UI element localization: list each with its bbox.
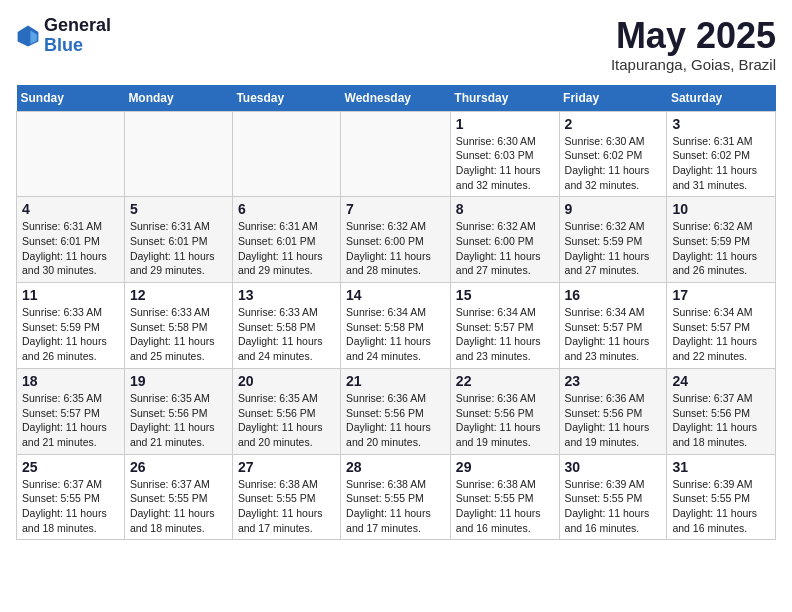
calendar-cell: 15Sunrise: 6:34 AM Sunset: 5:57 PM Dayli… <box>450 283 559 369</box>
location-text: Itapuranga, Goias, Brazil <box>611 56 776 73</box>
day-number: 29 <box>456 459 554 475</box>
day-info: Sunrise: 6:36 AM Sunset: 5:56 PM Dayligh… <box>456 391 554 450</box>
logo-icon <box>16 24 40 48</box>
day-info: Sunrise: 6:35 AM Sunset: 5:56 PM Dayligh… <box>130 391 227 450</box>
day-info: Sunrise: 6:39 AM Sunset: 5:55 PM Dayligh… <box>565 477 662 536</box>
calendar-cell: 6Sunrise: 6:31 AM Sunset: 6:01 PM Daylig… <box>232 197 340 283</box>
calendar-cell: 19Sunrise: 6:35 AM Sunset: 5:56 PM Dayli… <box>124 368 232 454</box>
day-info: Sunrise: 6:34 AM Sunset: 5:57 PM Dayligh… <box>565 305 662 364</box>
calendar-cell <box>124 111 232 197</box>
calendar-cell: 17Sunrise: 6:34 AM Sunset: 5:57 PM Dayli… <box>667 283 776 369</box>
day-number: 31 <box>672 459 770 475</box>
calendar-cell: 28Sunrise: 6:38 AM Sunset: 5:55 PM Dayli… <box>341 454 451 540</box>
day-number: 21 <box>346 373 445 389</box>
day-info: Sunrise: 6:37 AM Sunset: 5:56 PM Dayligh… <box>672 391 770 450</box>
month-title: May 2025 <box>611 16 776 56</box>
calendar-day-header: Thursday <box>450 85 559 112</box>
day-info: Sunrise: 6:36 AM Sunset: 5:56 PM Dayligh… <box>565 391 662 450</box>
day-number: 19 <box>130 373 227 389</box>
calendar-cell: 16Sunrise: 6:34 AM Sunset: 5:57 PM Dayli… <box>559 283 667 369</box>
day-info: Sunrise: 6:35 AM Sunset: 5:56 PM Dayligh… <box>238 391 335 450</box>
day-number: 25 <box>22 459 119 475</box>
logo-general-text: General <box>44 16 111 36</box>
day-number: 22 <box>456 373 554 389</box>
day-number: 14 <box>346 287 445 303</box>
calendar-cell: 11Sunrise: 6:33 AM Sunset: 5:59 PM Dayli… <box>17 283 125 369</box>
calendar-cell: 9Sunrise: 6:32 AM Sunset: 5:59 PM Daylig… <box>559 197 667 283</box>
calendar-cell: 3Sunrise: 6:31 AM Sunset: 6:02 PM Daylig… <box>667 111 776 197</box>
calendar-cell: 26Sunrise: 6:37 AM Sunset: 5:55 PM Dayli… <box>124 454 232 540</box>
calendar-cell: 31Sunrise: 6:39 AM Sunset: 5:55 PM Dayli… <box>667 454 776 540</box>
day-info: Sunrise: 6:33 AM Sunset: 5:58 PM Dayligh… <box>130 305 227 364</box>
day-number: 24 <box>672 373 770 389</box>
day-number: 11 <box>22 287 119 303</box>
calendar-cell: 13Sunrise: 6:33 AM Sunset: 5:58 PM Dayli… <box>232 283 340 369</box>
day-info: Sunrise: 6:35 AM Sunset: 5:57 PM Dayligh… <box>22 391 119 450</box>
day-info: Sunrise: 6:34 AM Sunset: 5:57 PM Dayligh… <box>672 305 770 364</box>
day-number: 15 <box>456 287 554 303</box>
calendar-cell: 30Sunrise: 6:39 AM Sunset: 5:55 PM Dayli… <box>559 454 667 540</box>
day-info: Sunrise: 6:38 AM Sunset: 5:55 PM Dayligh… <box>456 477 554 536</box>
day-number: 9 <box>565 201 662 217</box>
day-number: 1 <box>456 116 554 132</box>
calendar-week-row: 4Sunrise: 6:31 AM Sunset: 6:01 PM Daylig… <box>17 197 776 283</box>
day-number: 2 <box>565 116 662 132</box>
day-number: 4 <box>22 201 119 217</box>
calendar-day-header: Saturday <box>667 85 776 112</box>
day-number: 28 <box>346 459 445 475</box>
calendar-week-row: 1Sunrise: 6:30 AM Sunset: 6:03 PM Daylig… <box>17 111 776 197</box>
calendar-day-header: Monday <box>124 85 232 112</box>
calendar-cell: 29Sunrise: 6:38 AM Sunset: 5:55 PM Dayli… <box>450 454 559 540</box>
day-info: Sunrise: 6:38 AM Sunset: 5:55 PM Dayligh… <box>346 477 445 536</box>
calendar-cell: 4Sunrise: 6:31 AM Sunset: 6:01 PM Daylig… <box>17 197 125 283</box>
logo-blue-text: Blue <box>44 36 111 56</box>
day-info: Sunrise: 6:31 AM Sunset: 6:01 PM Dayligh… <box>22 219 119 278</box>
calendar-cell <box>232 111 340 197</box>
day-info: Sunrise: 6:30 AM Sunset: 6:02 PM Dayligh… <box>565 134 662 193</box>
calendar-day-header: Friday <box>559 85 667 112</box>
calendar-cell: 7Sunrise: 6:32 AM Sunset: 6:00 PM Daylig… <box>341 197 451 283</box>
day-info: Sunrise: 6:33 AM Sunset: 5:59 PM Dayligh… <box>22 305 119 364</box>
day-info: Sunrise: 6:39 AM Sunset: 5:55 PM Dayligh… <box>672 477 770 536</box>
calendar-week-row: 18Sunrise: 6:35 AM Sunset: 5:57 PM Dayli… <box>17 368 776 454</box>
calendar-cell: 10Sunrise: 6:32 AM Sunset: 5:59 PM Dayli… <box>667 197 776 283</box>
calendar-cell: 2Sunrise: 6:30 AM Sunset: 6:02 PM Daylig… <box>559 111 667 197</box>
calendar-cell: 12Sunrise: 6:33 AM Sunset: 5:58 PM Dayli… <box>124 283 232 369</box>
day-info: Sunrise: 6:32 AM Sunset: 5:59 PM Dayligh… <box>565 219 662 278</box>
calendar-cell: 5Sunrise: 6:31 AM Sunset: 6:01 PM Daylig… <box>124 197 232 283</box>
day-info: Sunrise: 6:34 AM Sunset: 5:57 PM Dayligh… <box>456 305 554 364</box>
day-info: Sunrise: 6:38 AM Sunset: 5:55 PM Dayligh… <box>238 477 335 536</box>
title-section: May 2025 Itapuranga, Goias, Brazil <box>611 16 776 73</box>
calendar-header-row: SundayMondayTuesdayWednesdayThursdayFrid… <box>17 85 776 112</box>
day-info: Sunrise: 6:31 AM Sunset: 6:01 PM Dayligh… <box>238 219 335 278</box>
day-info: Sunrise: 6:37 AM Sunset: 5:55 PM Dayligh… <box>130 477 227 536</box>
day-number: 5 <box>130 201 227 217</box>
day-info: Sunrise: 6:31 AM Sunset: 6:02 PM Dayligh… <box>672 134 770 193</box>
page-header: General Blue May 2025 Itapuranga, Goias,… <box>16 16 776 73</box>
day-info: Sunrise: 6:36 AM Sunset: 5:56 PM Dayligh… <box>346 391 445 450</box>
calendar-cell: 21Sunrise: 6:36 AM Sunset: 5:56 PM Dayli… <box>341 368 451 454</box>
day-number: 27 <box>238 459 335 475</box>
day-number: 3 <box>672 116 770 132</box>
day-info: Sunrise: 6:37 AM Sunset: 5:55 PM Dayligh… <box>22 477 119 536</box>
calendar-cell: 24Sunrise: 6:37 AM Sunset: 5:56 PM Dayli… <box>667 368 776 454</box>
calendar-day-header: Tuesday <box>232 85 340 112</box>
day-number: 16 <box>565 287 662 303</box>
day-number: 12 <box>130 287 227 303</box>
calendar-cell: 27Sunrise: 6:38 AM Sunset: 5:55 PM Dayli… <box>232 454 340 540</box>
day-number: 7 <box>346 201 445 217</box>
day-info: Sunrise: 6:33 AM Sunset: 5:58 PM Dayligh… <box>238 305 335 364</box>
day-number: 8 <box>456 201 554 217</box>
day-number: 13 <box>238 287 335 303</box>
calendar-day-header: Sunday <box>17 85 125 112</box>
calendar-cell: 1Sunrise: 6:30 AM Sunset: 6:03 PM Daylig… <box>450 111 559 197</box>
calendar-cell: 20Sunrise: 6:35 AM Sunset: 5:56 PM Dayli… <box>232 368 340 454</box>
calendar-cell <box>341 111 451 197</box>
calendar-cell: 22Sunrise: 6:36 AM Sunset: 5:56 PM Dayli… <box>450 368 559 454</box>
day-info: Sunrise: 6:32 AM Sunset: 6:00 PM Dayligh… <box>456 219 554 278</box>
calendar-cell: 8Sunrise: 6:32 AM Sunset: 6:00 PM Daylig… <box>450 197 559 283</box>
day-number: 17 <box>672 287 770 303</box>
calendar-cell: 25Sunrise: 6:37 AM Sunset: 5:55 PM Dayli… <box>17 454 125 540</box>
day-number: 20 <box>238 373 335 389</box>
day-info: Sunrise: 6:32 AM Sunset: 5:59 PM Dayligh… <box>672 219 770 278</box>
